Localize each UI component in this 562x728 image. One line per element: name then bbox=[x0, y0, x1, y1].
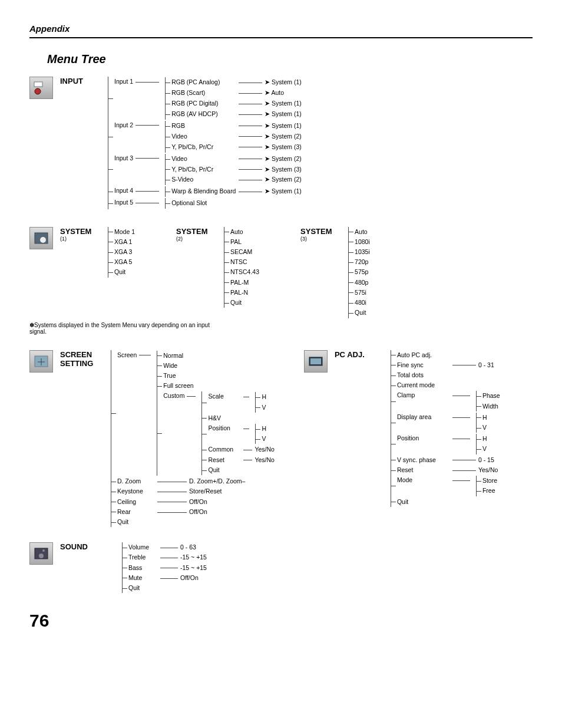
pcadj-sub: Store bbox=[482, 476, 497, 486]
sound-tree: Volume0 - 63Treble-15 ~ +15Bass-15 ~ +15… bbox=[122, 542, 207, 593]
input-row: Input 1RGB (PC Analog)➤ System (1)RGB (S… bbox=[114, 77, 302, 120]
pcadj-item: Display areaHV bbox=[397, 412, 500, 433]
list-item: XGA 3 bbox=[114, 247, 135, 257]
pcadj-item: Fine sync0 - 31 bbox=[397, 360, 500, 370]
svg-rect-0 bbox=[34, 82, 42, 87]
list-item: Auto bbox=[230, 227, 259, 237]
list-item: NTSC bbox=[230, 257, 259, 267]
custom-sub: H bbox=[262, 392, 266, 402]
list-item: 480i bbox=[355, 298, 370, 308]
pcadj-item: Quit bbox=[397, 497, 500, 507]
screen-tree: ScreenNormalWideTrueFull screenCustomSca… bbox=[107, 350, 275, 528]
input-child: Y, Pb/Cb, Pr/Cr➤ System (3) bbox=[171, 142, 302, 153]
custom-child: Quit bbox=[208, 465, 274, 475]
screen-other: KeystoneStore/Reset bbox=[117, 486, 275, 496]
system3-tree: Auto1080i1035i720p575p480p575i480iQuit bbox=[348, 227, 370, 318]
screen-item: ScreenNormalWideTrueFull screenCustomSca… bbox=[117, 350, 275, 477]
input-tree: Input 1RGB (PC Analog)➤ System (1)RGB (S… bbox=[104, 77, 302, 209]
sound-item: MuteOff/On bbox=[128, 573, 207, 583]
system2-sub: (2) bbox=[176, 236, 214, 242]
sound-label: SOUND bbox=[60, 542, 98, 593]
list-item: Quit bbox=[355, 308, 370, 318]
input-child: RGB➤ System (1) bbox=[171, 121, 302, 131]
pcadj-tree: Auto PC adj.Fine sync0 - 31Total dotsCur… bbox=[391, 350, 500, 507]
screen-other: Quit bbox=[117, 517, 275, 527]
input-block: INPUT Input 1RGB (PC Analog)➤ System (1)… bbox=[29, 77, 533, 209]
screen-label: SCREEN SETTING bbox=[60, 350, 101, 528]
svg-point-1 bbox=[35, 88, 41, 94]
pcadj-item: ClampPhaseWidth bbox=[397, 390, 500, 411]
sound-block: SOUND Volume0 - 63Treble-15 ~ +15Bass-15… bbox=[29, 542, 533, 593]
list-item: SECAM bbox=[230, 247, 259, 257]
list-item: Quit bbox=[114, 267, 135, 277]
screen-icon bbox=[29, 350, 53, 373]
custom-sub: V bbox=[262, 434, 266, 444]
input-child: RGB (PC Analog)➤ System (1) bbox=[171, 77, 302, 88]
pcadj-item: ResetYes/No bbox=[397, 465, 500, 475]
input-row: Input 5Optional Slot bbox=[114, 197, 302, 209]
list-item: XGA 5 bbox=[114, 257, 135, 267]
appendix-header: Appendix bbox=[29, 24, 533, 38]
input-child: RGB (AV HDCP)➤ System (1) bbox=[171, 109, 302, 120]
list-item: NTSC4.43 bbox=[230, 267, 259, 277]
system1-label-text: SYSTEM bbox=[60, 227, 91, 236]
input-child: Optional Slot bbox=[171, 198, 236, 208]
sound-icon bbox=[29, 542, 53, 565]
pcadj-item: PositionHV bbox=[397, 433, 500, 454]
list-item: PAL bbox=[230, 237, 259, 247]
systems-note: ✽Systems displayed in the System Menu va… bbox=[29, 322, 218, 335]
input-child: Video➤ System (2) bbox=[171, 154, 302, 164]
sound-item: Bass-15 ~ +15 bbox=[128, 563, 207, 573]
list-item: 720p bbox=[355, 257, 370, 267]
list-item: Mode 1 bbox=[114, 227, 135, 237]
svg-point-8 bbox=[39, 554, 44, 558]
system1-sub: (1) bbox=[60, 236, 98, 242]
system3-label: SYSTEM (3) bbox=[300, 227, 339, 318]
pcadj-sub: Width bbox=[482, 401, 500, 411]
pcadj-item: Auto PC adj. bbox=[397, 350, 500, 360]
list-item: 1080i bbox=[355, 237, 370, 247]
sound-item: Quit bbox=[128, 583, 207, 593]
custom-sub: V bbox=[262, 403, 266, 413]
screen-child: True bbox=[163, 371, 275, 381]
screen-other: RearOff/On bbox=[117, 507, 275, 517]
custom-child: PositionHV bbox=[208, 423, 274, 444]
system1-tree: Mode 1XGA 1XGA 3XGA 5Quit bbox=[108, 227, 135, 278]
custom-child: ResetYes/No bbox=[208, 455, 274, 465]
pcadj-sub: V bbox=[482, 423, 487, 433]
list-item: 480p bbox=[355, 278, 370, 288]
pcadj-sub: Phase bbox=[482, 391, 500, 401]
input-child: Y, Pb/Cb, Pr/Cr➤ System (3) bbox=[171, 164, 302, 175]
page-title: Menu Tree bbox=[47, 52, 533, 66]
svg-point-3 bbox=[40, 237, 46, 243]
input-row: Input 2RGB➤ System (1)Video➤ System (2)Y… bbox=[114, 120, 302, 153]
screen-other: D. ZoomD. Zoom+/D. Zoom– bbox=[117, 476, 275, 486]
list-item: PAL-N bbox=[230, 288, 259, 298]
list-item: PAL-M bbox=[230, 278, 259, 288]
system2-label: SYSTEM (2) bbox=[176, 227, 214, 308]
input-row: Input 4Warp & Blending Board➤ System (1) bbox=[114, 186, 302, 197]
list-item: Auto bbox=[355, 227, 370, 237]
screen-child: Normal bbox=[163, 351, 275, 361]
custom-item: CustomScaleHVH&VPositionHVCommonYes/NoRe… bbox=[163, 391, 275, 476]
custom-child: CommonYes/No bbox=[208, 444, 274, 454]
system2-label-text: SYSTEM bbox=[176, 227, 207, 236]
pcadj-sub: H bbox=[482, 413, 487, 423]
custom-child: H&V bbox=[208, 413, 274, 423]
input-icon bbox=[29, 77, 53, 99]
sound-item: Volume0 - 63 bbox=[128, 542, 207, 552]
pcadj-item: V sync. phase0 - 15 bbox=[397, 455, 500, 465]
input-label: INPUT bbox=[60, 77, 98, 209]
custom-child: ScaleHV bbox=[208, 391, 274, 413]
input-row: Input 3Video➤ System (2)Y, Pb/Cb, Pr/Cr➤… bbox=[114, 153, 302, 186]
input-child: RGB (PC Digital)➤ System (1) bbox=[171, 98, 302, 109]
screen-child: Wide bbox=[163, 361, 275, 371]
list-item: Quit bbox=[230, 298, 259, 308]
system1-icon bbox=[29, 227, 53, 249]
pcadj-icon bbox=[304, 350, 328, 373]
pcadj-item: Total dots bbox=[397, 370, 500, 380]
list-item: 575p bbox=[355, 267, 370, 277]
input-child: RGB (Scart)➤ Auto bbox=[171, 88, 302, 98]
pcadj-sub: Free bbox=[482, 486, 497, 496]
svg-rect-6 bbox=[310, 358, 321, 364]
